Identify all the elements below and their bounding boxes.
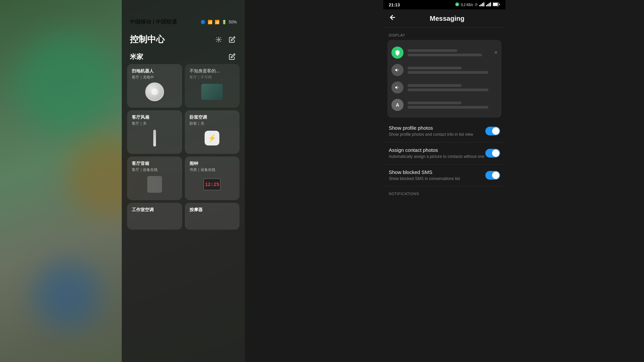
data-speed: 0,2 КБ/с (461, 3, 473, 7)
device-card-workroom-ac[interactable]: 工作室空调 (127, 203, 182, 230)
socket-icon: ⚡ (205, 131, 219, 145)
carrier-text: 中国移动 | 中国联通 (130, 18, 177, 25)
time-icon: ⏱ (475, 3, 478, 7)
status-right-icons: 0,2 КБ/с ⏱ (455, 2, 500, 7)
device-card-robot[interactable]: 扫地机器人 客厅｜充电中 (127, 64, 182, 108)
svg-rect-2 (479, 5, 480, 6)
show-profile-photos-text: Show profile photos Show profile photos … (389, 125, 485, 137)
device-status-speaker: 客厅｜设备在线 (132, 167, 177, 172)
settings-icon[interactable] (214, 35, 223, 44)
battery-icon: 🔋 (222, 20, 227, 24)
preview-x-1: × (494, 50, 497, 56)
edit-icon[interactable] (227, 35, 237, 44)
robot-icon (145, 82, 164, 101)
device-status-unknown: 客厅｜不可用 (190, 75, 235, 80)
messaging-title: Messaging (402, 15, 492, 22)
preview-line-1b (408, 54, 482, 56)
device-card-fan[interactable]: 客厅风扇 客厅｜关 (127, 110, 182, 154)
avatar-text-a: A (391, 99, 404, 111)
show-profile-photos-title: Show profile photos (389, 125, 485, 131)
device-icon-robot (132, 80, 177, 104)
device-card-speaker[interactable]: 客厅音箱 客厅｜设备在线 (127, 157, 182, 200)
toggle-knob-3 (492, 172, 499, 179)
blob-1 (17, 34, 117, 134)
show-blocked-sms-toggle[interactable] (485, 171, 500, 180)
device-name-fan: 客厅风扇 (132, 114, 177, 120)
device-card-massager[interactable]: 按摩器 (185, 203, 240, 230)
device-grid: 扫地机器人 客厅｜充电中 不知身是客的… 客厅｜不可用 (122, 64, 245, 200)
phone-status-bar: 21:13 0,2 КБ/с ⏱ (383, 0, 505, 9)
preview-lines-3 (408, 84, 497, 91)
mijia-edit-icon[interactable] (227, 52, 237, 61)
preview-row-1: × (391, 44, 497, 61)
mijia-title: 米家 (130, 52, 143, 61)
device-thumbnail (201, 84, 223, 100)
battery-status (493, 2, 500, 7)
notifications-section-label: NOTIFICATIONS (383, 186, 505, 198)
preview-row-3 (391, 79, 497, 96)
page-root: 中国移动 | 中国联通 🔵 📶 📶 🔋 50% 控制中心 (0, 0, 644, 362)
show-blocked-sms-text: Show blocked SMS Show blocked SMS in con… (389, 169, 485, 182)
assign-contact-photos-row: Assign contact photos Automatically assi… (383, 142, 505, 165)
device-name-speaker: 客厅音箱 (132, 161, 177, 167)
phone-screen: 21:13 0,2 КБ/с ⏱ (383, 0, 505, 362)
device-card-unknown[interactable]: 不知身是客的… 客厅｜不可用 (185, 64, 240, 108)
signal-bars-icon (479, 2, 485, 7)
svg-marker-14 (395, 86, 397, 89)
device-icon-speaker (132, 172, 177, 196)
control-status-bar: 中国移动 | 中国联通 🔵 📶 📶 🔋 50% (122, 0, 245, 31)
show-profile-photos-row: Show profile photos Show profile photos … (383, 120, 505, 142)
preview-line-4b (408, 106, 488, 109)
preview-line-4a (408, 102, 462, 104)
svg-marker-13 (395, 68, 397, 71)
right-panel: 21:13 0,2 КБ/с ⏱ (245, 0, 644, 362)
preview-lines-4 (408, 102, 497, 109)
preview-row-4: A (391, 96, 497, 114)
show-profile-photos-desc: Show profile photos and contact info in … (389, 132, 485, 137)
device-icon-ac: ⚡ (190, 126, 235, 150)
device-status-robot: 客厅｜充电中 (132, 75, 177, 80)
preview-lines-1 (408, 49, 490, 56)
device-status-fan: 客厅｜关 (132, 121, 177, 126)
preview-line-1a (408, 49, 457, 52)
device-card-ac[interactable]: 卧室空调 卧室｜关 ⚡ (185, 110, 240, 154)
fan-icon (153, 130, 156, 146)
clock-time: 12:25 (205, 182, 219, 187)
battery-percent: 50% (229, 20, 237, 24)
show-profile-photos-toggle[interactable] (485, 127, 500, 135)
device-status-clock: 书房｜设备在线 (190, 167, 235, 172)
control-title-row: 控制中心 (122, 31, 245, 47)
status-time: 21:13 (389, 2, 400, 7)
show-blocked-sms-title: Show blocked SMS (389, 169, 485, 175)
device-name-clock: 闹钟 (190, 161, 235, 167)
device-name-massager: 按摩器 (190, 207, 235, 213)
wifi-icon: 📶 (208, 20, 213, 24)
clock-icon: 12:25 (203, 178, 221, 190)
signal-bars-2-icon (486, 2, 491, 7)
device-icon-unknown (190, 80, 235, 104)
device-name-unknown: 不知身是客的… (190, 68, 235, 74)
mijia-section: 米家 (122, 47, 245, 64)
device-icon-fan (132, 126, 177, 150)
messaging-header: Messaging (383, 9, 505, 28)
status-icons-right: 🔵 📶 📶 🔋 50% (201, 20, 237, 24)
avatar-wrapper-1 (391, 47, 404, 59)
control-center-panel: 中国移动 | 中国联通 🔵 📶 📶 🔋 50% 控制中心 (122, 0, 245, 362)
preview-lines-2 (408, 67, 497, 74)
device-card-clock[interactable]: 闹钟 书房｜设备在线 12:25 (185, 157, 240, 200)
control-center-title: 控制中心 (130, 34, 165, 45)
toggle-knob-1 (492, 127, 499, 135)
messaging-content: DISPLAY (383, 28, 505, 362)
device-name-ac: 卧室空调 (190, 114, 235, 120)
back-button[interactable] (389, 13, 397, 23)
assign-contact-photos-toggle[interactable] (485, 149, 500, 158)
preview-line-3a (408, 84, 462, 87)
avatar-volume-1 (391, 64, 404, 76)
preview-line-2a (408, 67, 462, 69)
control-title-icons[interactable] (214, 35, 237, 44)
svg-rect-3 (481, 4, 482, 6)
display-section-label: DISPLAY (383, 28, 505, 40)
device-name-workroom-ac: 工作室空调 (132, 207, 177, 213)
svg-rect-8 (489, 3, 490, 6)
svg-rect-12 (499, 4, 500, 5)
